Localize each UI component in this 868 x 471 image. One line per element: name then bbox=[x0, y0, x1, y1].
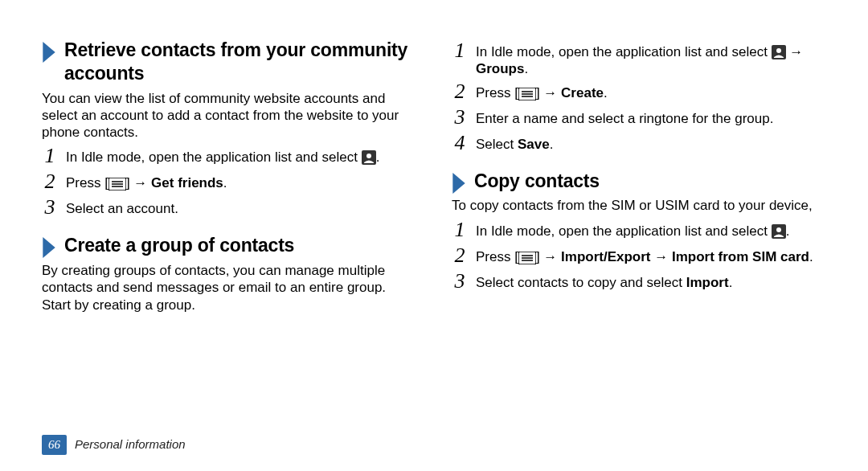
heading-text: Create a group of contacts bbox=[64, 234, 294, 257]
step-body: In Idle mode, open the application list … bbox=[476, 221, 826, 240]
copy-contacts-steps: In Idle mode, open the application list … bbox=[452, 221, 826, 293]
step-text: Select contacts to copy and select bbox=[476, 275, 686, 290]
menu-icon bbox=[518, 88, 536, 100]
two-column-layout: Retrieve contacts from your community ac… bbox=[42, 39, 826, 320]
create-group-steps: In Idle mode, open the application list … bbox=[452, 42, 826, 155]
step-bold: Import/Export → Import from SIM card bbox=[561, 249, 809, 264]
step-bold: Import bbox=[686, 275, 729, 290]
step-bold: Groups bbox=[476, 61, 524, 76]
section-name: Personal information bbox=[75, 437, 186, 453]
contacts-icon bbox=[362, 150, 376, 165]
step-body: Select Save. bbox=[476, 134, 826, 153]
retrieve-steps: In Idle mode, open the application list … bbox=[42, 147, 416, 219]
right-column: In Idle mode, open the application list … bbox=[452, 39, 826, 320]
step-item: Select contacts to copy and select Impor… bbox=[452, 272, 826, 293]
step-item: Press [] → Create. bbox=[452, 83, 826, 104]
heading-text: Copy contacts bbox=[474, 170, 600, 193]
step-item: Select an account. bbox=[42, 199, 416, 219]
step-bold: Create bbox=[561, 85, 604, 100]
step-text: . bbox=[223, 175, 227, 190]
step-body: Enter a name and select a ringtone for t… bbox=[476, 109, 826, 127]
step-bold: Get friends bbox=[151, 175, 223, 190]
intro-text: You can view the list of community websi… bbox=[42, 90, 416, 141]
section-heading-retrieve: Retrieve contacts from your community ac… bbox=[42, 39, 416, 88]
left-column: Retrieve contacts from your community ac… bbox=[42, 39, 416, 320]
step-body: Select an account. bbox=[66, 199, 416, 217]
step-text: In Idle mode, open the application list … bbox=[476, 223, 772, 239]
intro-text: By creating groups of contacts, you can … bbox=[42, 262, 416, 313]
step-text: → bbox=[786, 44, 804, 59]
intro-text: To copy contacts from the SIM or USIM ca… bbox=[452, 197, 826, 214]
step-item: Press [] → Import/Export → Import from S… bbox=[452, 247, 826, 268]
contacts-icon bbox=[772, 45, 786, 59]
menu-icon bbox=[108, 178, 126, 190]
step-body: Press [] → Import/Export → Import from S… bbox=[476, 247, 826, 265]
chevron-icon bbox=[42, 237, 56, 258]
step-text: . bbox=[524, 61, 528, 76]
step-item: In Idle mode, open the application list … bbox=[452, 42, 826, 78]
step-item: In Idle mode, open the application list … bbox=[42, 147, 416, 168]
step-body: Press [] → Create. bbox=[476, 83, 826, 101]
step-bold: Save bbox=[518, 137, 550, 152]
step-text: . bbox=[376, 149, 380, 165]
step-text: . bbox=[809, 249, 813, 264]
step-text: . bbox=[729, 275, 733, 290]
section-heading-copy-contacts: Copy contacts bbox=[452, 170, 826, 196]
step-body: In Idle mode, open the application list … bbox=[66, 147, 416, 166]
chevron-icon bbox=[42, 42, 56, 63]
heading-text: Retrieve contacts from your community ac… bbox=[64, 39, 416, 85]
step-item: In Idle mode, open the application list … bbox=[452, 221, 826, 242]
section-heading-create-group: Create a group of contacts bbox=[42, 234, 416, 260]
step-text: ] → bbox=[126, 175, 151, 190]
step-text: ] → bbox=[536, 249, 561, 264]
step-text: Select bbox=[476, 137, 518, 152]
step-text: . bbox=[604, 85, 608, 100]
page-number: 66 bbox=[42, 435, 67, 455]
step-text: In Idle mode, open the application list … bbox=[66, 149, 362, 165]
step-text: Press [ bbox=[66, 175, 108, 190]
step-text: Press [ bbox=[476, 249, 518, 264]
step-text: . bbox=[550, 137, 554, 152]
step-text: In Idle mode, open the application list … bbox=[476, 44, 772, 59]
step-body: Press [] → Get friends. bbox=[66, 173, 416, 191]
step-text: ] → bbox=[536, 85, 561, 100]
step-text: . bbox=[786, 223, 790, 239]
step-body: In Idle mode, open the application list … bbox=[476, 42, 826, 78]
menu-icon bbox=[518, 252, 536, 264]
manual-page: Retrieve contacts from your community ac… bbox=[0, 0, 868, 471]
step-text: Press [ bbox=[476, 85, 518, 100]
chevron-icon bbox=[452, 173, 466, 194]
step-item: Enter a name and select a ringtone for t… bbox=[452, 109, 826, 129]
page-footer: 66 Personal information bbox=[42, 435, 186, 455]
step-item: Select Save. bbox=[452, 134, 826, 155]
step-body: Select contacts to copy and select Impor… bbox=[476, 272, 826, 291]
contacts-icon bbox=[772, 224, 786, 239]
step-item: Press [] → Get friends. bbox=[42, 173, 416, 194]
